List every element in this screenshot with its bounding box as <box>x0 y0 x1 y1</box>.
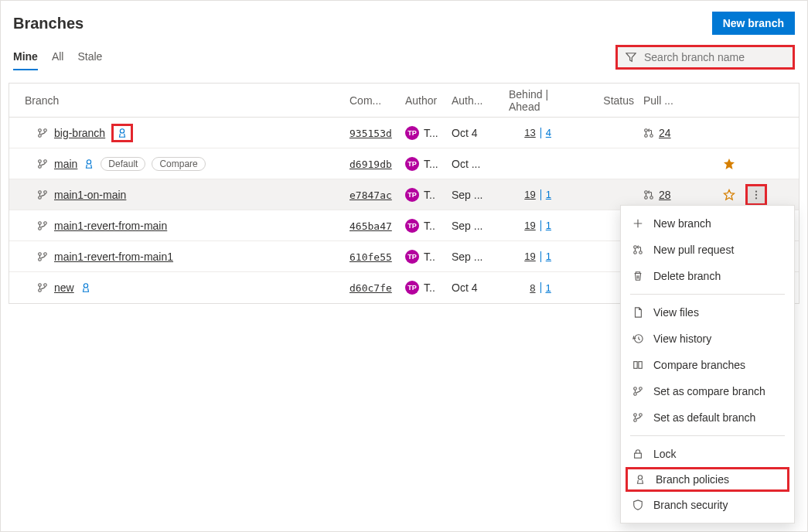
ahead-count[interactable]: 1 <box>546 189 557 200</box>
author-name: T... <box>424 158 438 170</box>
svg-point-18 <box>755 193 757 195</box>
menu-item-label: Branch security <box>653 499 728 511</box>
commit-link[interactable]: 610fe55 <box>349 251 392 263</box>
behind-count[interactable]: 19 <box>524 251 535 262</box>
table-row[interactable]: mainDefaultCompared6919dbTPT...Oct ... <box>9 148 799 179</box>
behind-count[interactable]: 8 <box>525 282 536 294</box>
commit-link[interactable]: 935153d <box>349 128 392 139</box>
menu-separator <box>630 294 785 295</box>
policy-badge-icon[interactable] <box>80 282 91 293</box>
svg-point-5 <box>645 134 648 137</box>
author-name: T.. <box>424 220 435 232</box>
menu-item-view-files[interactable]: View files <box>621 299 794 326</box>
avatar: TP <box>405 188 419 202</box>
branch-context-menu[interactable]: New branchNew pull requestDelete branchV… <box>620 205 795 523</box>
svg-point-13 <box>44 190 47 193</box>
search-input[interactable] <box>643 50 785 64</box>
search-box[interactable] <box>615 45 795 70</box>
avatar: TP <box>405 250 419 264</box>
menu-item-set-as-compare-branch[interactable]: Set as compare branch <box>621 378 794 404</box>
policy-badge-icon[interactable] <box>111 124 133 142</box>
default-badge: Default <box>101 157 145 171</box>
behind-count[interactable]: 13 <box>524 127 535 138</box>
ahead-count[interactable]: 1 <box>546 251 557 262</box>
table-row[interactable]: big-branch935153dTPT...Oct 413424 <box>9 118 799 148</box>
col-header-commit[interactable]: Com... <box>349 94 405 107</box>
authored-date: Sep ... <box>452 220 499 232</box>
commit-link[interactable]: d6919db <box>349 159 392 170</box>
menu-item-view-history[interactable]: View history <box>621 326 794 352</box>
svg-point-16 <box>650 196 653 199</box>
svg-point-12 <box>39 196 42 199</box>
menu-item-lock[interactable]: Lock <box>621 441 794 467</box>
ba-separator <box>540 282 541 293</box>
svg-point-32 <box>639 251 643 254</box>
svg-point-27 <box>39 289 42 292</box>
menu-item-label: New branch <box>653 217 711 230</box>
commit-link[interactable]: e7847ac <box>349 189 392 201</box>
ba-separator <box>540 251 541 262</box>
branch-name-link[interactable]: main1-on-main <box>54 189 126 201</box>
menu-item-label: Branch policies <box>656 473 729 486</box>
col-header-behind-ahead[interactable]: Behind | Ahead <box>499 88 581 113</box>
behind-count[interactable]: 19 <box>524 220 535 231</box>
pull-request-link[interactable]: 28 <box>659 189 671 201</box>
svg-point-29 <box>84 284 87 288</box>
branch-name-link[interactable]: main <box>54 158 77 170</box>
ahead-count[interactable]: 4 <box>546 127 557 138</box>
branch-icon <box>632 411 644 424</box>
menu-item-branch-security[interactable]: Branch security <box>621 492 794 518</box>
more-options-button[interactable] <box>745 184 767 206</box>
ba-separator <box>540 220 541 231</box>
svg-point-1 <box>39 134 42 137</box>
history-icon <box>632 332 644 345</box>
svg-point-21 <box>39 227 42 230</box>
tab-mine[interactable]: Mine <box>13 44 38 70</box>
ahead-count[interactable]: 1 <box>546 282 557 294</box>
svg-point-7 <box>39 159 42 162</box>
new-branch-button[interactable]: New branch <box>712 12 795 35</box>
avatar: TP <box>405 219 419 233</box>
menu-item-set-as-default-branch[interactable]: Set as default branch <box>621 404 794 431</box>
branch-icon <box>37 282 48 293</box>
branch-icon <box>37 220 48 231</box>
menu-item-compare-branches[interactable]: Compare branches <box>621 352 794 378</box>
svg-point-26 <box>39 284 42 287</box>
col-header-pr[interactable]: Pull ... <box>639 94 716 107</box>
svg-point-19 <box>755 197 757 199</box>
svg-rect-35 <box>639 362 642 369</box>
menu-item-new-pull-request[interactable]: New pull request <box>621 237 794 263</box>
ahead-count[interactable]: 1 <box>546 220 557 231</box>
table-header: Branch Com... Author Auth... Behind | Ah… <box>9 84 799 118</box>
branch-name-link[interactable]: main1-revert-from-main1 <box>54 251 173 263</box>
col-header-status[interactable]: Status <box>581 94 639 107</box>
commit-link[interactable]: d60c7fe <box>349 282 392 294</box>
svg-point-6 <box>650 134 653 137</box>
favorite-star-icon[interactable] <box>723 189 735 201</box>
authored-date: Oct 4 <box>452 281 499 294</box>
policy-badge-icon[interactable] <box>84 159 94 169</box>
branch-name-link[interactable]: main1-revert-from-main <box>54 220 167 232</box>
pull-request-link[interactable]: 24 <box>659 127 671 139</box>
authored-date: Oct ... <box>452 158 499 170</box>
commit-link[interactable]: 465ba47 <box>349 220 392 232</box>
col-header-authored[interactable]: Auth... <box>452 94 499 107</box>
favorite-star-icon[interactable] <box>723 158 735 170</box>
behind-count[interactable]: 19 <box>524 189 535 200</box>
menu-item-label: Compare branches <box>653 359 745 371</box>
svg-point-11 <box>39 190 42 193</box>
author-name: T.. <box>424 189 435 201</box>
col-header-branch[interactable]: Branch <box>9 94 349 107</box>
branch-name-link[interactable]: new <box>54 281 74 294</box>
col-header-author[interactable]: Author <box>405 94 452 107</box>
branch-name-link[interactable]: big-branch <box>54 127 105 139</box>
tab-stale[interactable]: Stale <box>77 44 102 70</box>
menu-item-label: Lock <box>653 448 677 460</box>
menu-item-new-branch[interactable]: New branch <box>621 210 794 237</box>
menu-item-branch-policies[interactable]: Branch policies <box>626 467 789 492</box>
svg-point-22 <box>44 221 47 224</box>
svg-point-9 <box>44 159 47 162</box>
svg-point-14 <box>645 190 648 193</box>
tab-all[interactable]: All <box>52 44 64 70</box>
menu-item-delete-branch[interactable]: Delete branch <box>621 263 794 289</box>
